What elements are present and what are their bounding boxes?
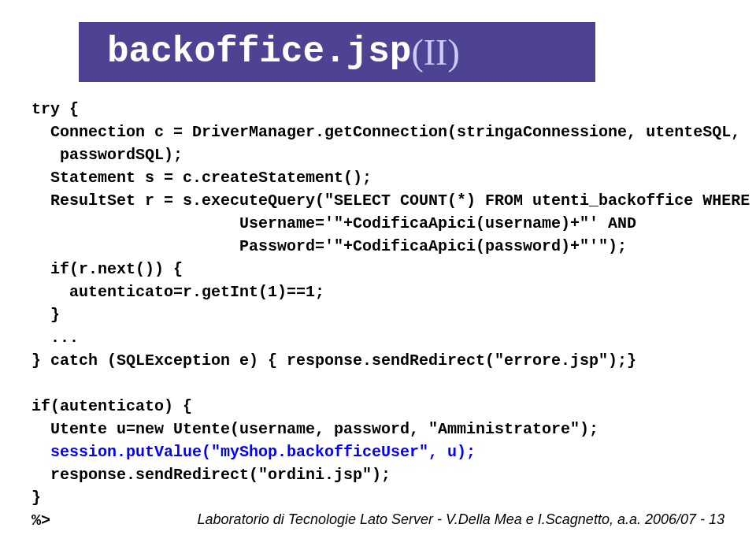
code-line: passwordSQL);: [32, 146, 183, 164]
code-line: response.sendRedirect("ordini.jsp");: [32, 466, 391, 484]
code-line: if(r.next()) {: [32, 260, 183, 278]
code-line: if(autenticato) {: [32, 397, 192, 415]
title-sub: (II): [411, 32, 459, 73]
slide: backoffice.jsp(II) try { Connection c = …: [0, 0, 756, 539]
title-banner: backoffice.jsp(II): [79, 22, 595, 82]
code-line: ...: [32, 329, 79, 347]
code-line: }: [32, 489, 41, 507]
code-line: Username='"+CodificaApici(username)+"' A…: [32, 214, 636, 232]
code-line: Password='"+CodificaApici(password)+"'")…: [32, 237, 627, 255]
code-block: try { Connection c = DriverManager.getCo…: [32, 98, 724, 532]
code-line: autenticato=r.getInt(1)==1;: [32, 283, 324, 301]
code-line: %>: [32, 511, 50, 530]
code-line: Connection c = DriverManager.getConnecti…: [32, 123, 740, 141]
title-main: backoffice.jsp: [107, 32, 411, 72]
footer-text: Laboratorio di Tecnologie Lato Server - …: [198, 511, 724, 528]
code-line: [32, 443, 50, 461]
code-line: } catch (SQLException e) { response.send…: [32, 351, 636, 370]
code-line: Statement s = c.createStatement();: [32, 169, 372, 187]
code-line-highlight: session.putValue("myShop.backofficeUser"…: [50, 443, 476, 461]
code-line: ResultSet r = s.executeQuery("SELECT COU…: [32, 191, 750, 210]
code-line: }: [32, 306, 60, 324]
code-line: Utente u=new Utente(username, password, …: [32, 420, 598, 438]
code-line: try {: [32, 100, 79, 118]
